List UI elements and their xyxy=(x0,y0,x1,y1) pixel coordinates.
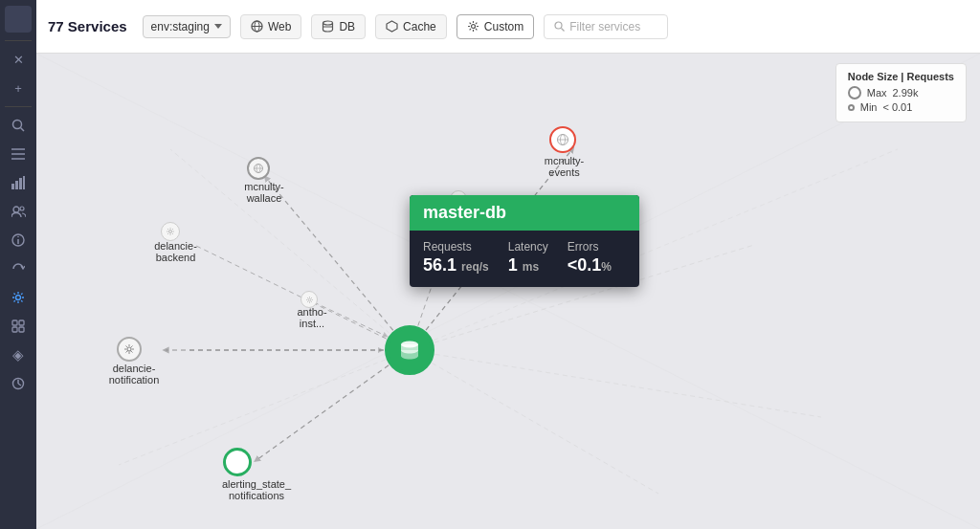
legend-min-label: Min xyxy=(860,101,878,113)
svg-rect-20 xyxy=(19,327,24,332)
legend-max-circle xyxy=(848,86,861,99)
svg-point-57 xyxy=(308,298,311,301)
filter-db-label: DB xyxy=(339,20,355,33)
legend-max-value: 2.99k xyxy=(893,87,919,99)
filter-custom-button[interactable]: Custom xyxy=(457,14,534,39)
network-graph-svg xyxy=(36,54,980,529)
sidebar-people-icon[interactable] xyxy=(3,198,33,225)
sidebar-map-icon[interactable]: ◈ xyxy=(3,342,33,368)
svg-rect-19 xyxy=(12,327,17,332)
svg-rect-18 xyxy=(19,320,24,325)
node-alerting-state[interactable] xyxy=(223,448,252,476)
latency-unit: ms xyxy=(523,260,539,274)
tooltip-stats-row: Requests 56.1 req/s Latency 1 ms Errors xyxy=(410,231,639,287)
node-delancie-backend[interactable] xyxy=(161,222,180,241)
main-content: 77 Services env:staging Web DB Cache Cus… xyxy=(36,0,980,529)
errors-stat: Errors <0.1% xyxy=(568,240,612,276)
svg-rect-9 xyxy=(19,178,22,189)
sidebar-plus-icon[interactable]: + xyxy=(3,75,33,101)
app-logo: 🐾 xyxy=(5,6,32,33)
filter-search-box[interactable]: Filter services xyxy=(544,14,668,39)
svg-point-12 xyxy=(20,207,24,210)
filter-web-label: Web xyxy=(268,20,291,33)
svg-point-2 xyxy=(13,121,22,129)
node-size-legend: Node Size | Requests Max 2.99k Min < 0.0… xyxy=(835,63,967,122)
search-placeholder: Filter services xyxy=(569,20,640,33)
sidebar-chart-icon[interactable] xyxy=(3,169,33,196)
sidebar-timer-icon[interactable] xyxy=(3,370,33,397)
service-tooltip: master-db Requests 56.1 req/s Latency 1 … xyxy=(410,195,639,287)
legend-min-value: < 0.01 xyxy=(882,101,912,113)
svg-rect-0 xyxy=(5,6,32,33)
node-master-db[interactable] xyxy=(385,325,434,375)
sidebar-close-icon[interactable]: ✕ xyxy=(3,46,33,73)
header: 77 Services env:staging Web DB Cache Cus… xyxy=(36,0,980,54)
svg-point-27 xyxy=(323,21,333,25)
node-mcnulty-wallace[interactable] xyxy=(247,157,270,180)
svg-line-31 xyxy=(562,29,565,32)
node-antho[interactable] xyxy=(301,291,318,308)
sidebar-network-icon[interactable] xyxy=(3,313,33,340)
sidebar-list-icon[interactable] xyxy=(3,141,33,167)
node-mcnulty-events[interactable] xyxy=(549,126,576,153)
sidebar-divider-1 xyxy=(5,40,32,41)
svg-point-29 xyxy=(471,25,475,29)
filter-cache-button[interactable]: Cache xyxy=(375,14,447,39)
svg-point-16 xyxy=(16,296,21,300)
latency-value: 1 ms xyxy=(508,255,548,276)
svg-line-23 xyxy=(18,384,21,386)
legend-title: Node Size | Requests xyxy=(848,71,954,82)
requests-stat: Requests 56.1 req/s xyxy=(423,240,489,276)
svg-point-15 xyxy=(17,236,19,238)
svg-line-46 xyxy=(170,149,410,350)
sidebar: 🐾 ✕ + ◈ xyxy=(0,0,36,529)
sidebar-refresh-icon[interactable] xyxy=(3,255,33,282)
legend-max-label: Max xyxy=(867,87,887,99)
node-delancie-notification[interactable] xyxy=(117,337,142,362)
legend-min-row: Min < 0.01 xyxy=(848,101,954,113)
svg-line-41 xyxy=(314,302,386,336)
svg-rect-17 xyxy=(12,320,17,325)
requests-unit: req/s xyxy=(461,260,489,274)
svg-rect-8 xyxy=(15,181,18,189)
tooltip-service-name: master-db xyxy=(410,195,639,231)
sidebar-search-icon[interactable] xyxy=(3,112,33,139)
svg-rect-10 xyxy=(23,176,25,189)
svg-line-45 xyxy=(119,350,410,465)
svg-line-38 xyxy=(256,350,410,460)
env-selector[interactable]: env:staging xyxy=(143,15,231,38)
filter-custom-label: Custom xyxy=(484,20,523,33)
sidebar-info-icon[interactable] xyxy=(3,227,33,253)
errors-value: <0.1% xyxy=(568,255,612,276)
latency-stat: Latency 1 ms xyxy=(508,240,548,276)
svg-point-56 xyxy=(169,231,172,233)
errors-label: Errors xyxy=(568,240,612,253)
legend-min-circle xyxy=(848,104,855,111)
svg-line-43 xyxy=(410,350,821,417)
service-map-canvas[interactable]: mcnulty-events mcnulty-wallace delancie-… xyxy=(36,54,980,529)
env-label: env:staging xyxy=(151,20,210,33)
svg-point-55 xyxy=(127,347,131,351)
sidebar-gear-icon[interactable] xyxy=(3,284,33,311)
page-title: 77 Services xyxy=(48,18,127,34)
latency-label: Latency xyxy=(508,240,548,253)
svg-rect-7 xyxy=(11,184,14,189)
svg-point-11 xyxy=(13,207,19,212)
svg-line-3 xyxy=(21,128,25,132)
filter-web-button[interactable]: Web xyxy=(240,14,301,39)
legend-max-row: Max 2.99k xyxy=(848,86,954,99)
sidebar-divider-2 xyxy=(5,106,32,107)
filter-cache-label: Cache xyxy=(403,20,436,33)
filter-db-button[interactable]: DB xyxy=(311,14,366,39)
errors-unit: % xyxy=(601,260,612,274)
svg-line-35 xyxy=(266,178,410,350)
requests-value: 56.1 req/s xyxy=(423,255,489,276)
svg-point-30 xyxy=(555,22,562,29)
svg-line-44 xyxy=(410,350,658,494)
requests-label: Requests xyxy=(423,240,489,253)
